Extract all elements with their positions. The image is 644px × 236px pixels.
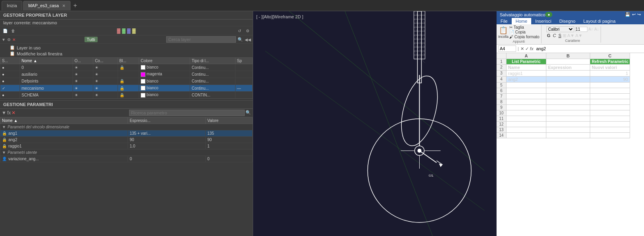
tab-map-close[interactable]: ✕ xyxy=(62,4,65,8)
cell-12b[interactable] xyxy=(546,122,590,127)
cell-4b[interactable] xyxy=(546,77,590,83)
param-table-row[interactable]: 👤variazione_ang... 0 0 xyxy=(0,155,253,162)
autosave-toggle[interactable]: ● xyxy=(545,12,552,17)
format-painter-btn[interactable]: 🖌 Copia formato xyxy=(509,35,540,39)
excel-tab-layout[interactable]: Layout di pagina xyxy=(579,18,620,24)
param-col-nome[interactable]: Nome ▲ xyxy=(0,117,128,124)
font-name-select[interactable]: Calibri xyxy=(546,26,574,32)
copy-btn[interactable]: 📄 Copia xyxy=(509,30,540,34)
excel-tab-disegno[interactable]: Disegno xyxy=(555,18,579,24)
font-size-up[interactable]: A↑ xyxy=(589,27,593,31)
cell-5a[interactable] xyxy=(507,83,546,88)
cell-6a[interactable] xyxy=(507,88,546,94)
cell-7c[interactable] xyxy=(590,94,630,99)
excel-undo-icon[interactable]: ↩ xyxy=(632,12,636,17)
expand-icon[interactable]: ▼ xyxy=(2,125,6,129)
cell-10b[interactable] xyxy=(546,110,590,116)
layer-table-row[interactable]: ✓ meccanismo ☀ ☀ 🔒 bianco Continu... — xyxy=(0,85,253,92)
param-table-row[interactable]: 🔒raggio1 1.0 1 xyxy=(0,143,253,149)
cell-5b[interactable] xyxy=(546,83,590,88)
cell-ref-input[interactable] xyxy=(498,45,516,52)
cell-11b[interactable] xyxy=(546,116,590,122)
layer-col-sp[interactable]: Sp xyxy=(235,58,252,64)
layer-col-nome[interactable]: Nome ▲ xyxy=(20,58,73,64)
excel-tab-home[interactable]: Home xyxy=(512,18,531,24)
formula-confirm-icon[interactable]: ✓ xyxy=(525,46,529,51)
param-table-row[interactable]: 🔒ang2 90 90 xyxy=(0,136,253,143)
font-size-input[interactable] xyxy=(575,27,587,32)
excel-save-icon[interactable]: 💾 xyxy=(625,12,630,17)
cell-9c[interactable] xyxy=(590,105,630,110)
cell-8b[interactable] xyxy=(546,99,590,105)
param-table-row[interactable]: 🔒ang1 135 + vari... 135 xyxy=(0,130,253,136)
layer-table-row[interactable]: ● ausiliario ☀ ☀ magenta Continu... xyxy=(0,71,253,78)
underline-btn[interactable]: S xyxy=(558,33,562,38)
param-search-input[interactable] xyxy=(129,110,245,116)
cell-7b[interactable] xyxy=(546,94,590,99)
cell-2c[interactable]: Nuovi valori xyxy=(590,65,630,71)
cell-13c[interactable] xyxy=(590,127,630,133)
cell-6b[interactable] xyxy=(546,88,590,94)
layer-delete-btn[interactable]: 🗑 xyxy=(10,27,17,34)
tab-map[interactable]: MAP_es3_casa ✕ xyxy=(23,1,71,10)
layer-search-icon[interactable]: 🔍 xyxy=(238,37,243,42)
cell-13a[interactable] xyxy=(507,127,546,133)
cell-3a[interactable]: raggio1 xyxy=(507,71,546,77)
param-filter-icon[interactable]: ▼ xyxy=(2,110,6,116)
col-header-a[interactable]: A xyxy=(507,53,546,59)
formula-cancel-icon[interactable]: ✕ xyxy=(520,46,524,51)
layer-collapse-btn[interactable]: ◀◀ xyxy=(245,37,251,42)
cell-6c[interactable] xyxy=(590,88,630,94)
param-fx-icon[interactable]: fx xyxy=(7,110,11,116)
layer-search-input[interactable] xyxy=(166,36,236,43)
excel-tab-inserisci[interactable]: Inserisci xyxy=(531,18,555,24)
tree-item-modifiche[interactable]: 📋 Modifiche locali finestra xyxy=(0,51,253,57)
cell-8c[interactable] xyxy=(590,99,630,105)
layer-table-row[interactable]: ● SCHEMA ☀ ☀ 🔒 bianco CONTIN... xyxy=(0,92,253,98)
cell-14a[interactable] xyxy=(507,133,546,138)
cell-12c[interactable] xyxy=(590,122,630,127)
fill-color-btn[interactable]: A▼ xyxy=(567,33,574,38)
cell-13b[interactable] xyxy=(546,127,590,133)
layer-col-s[interactable]: S... xyxy=(0,58,20,64)
border-btn[interactable]: ⊞ xyxy=(563,33,566,38)
layer-refresh-btn[interactable]: ↺ xyxy=(236,27,243,34)
cell-4c[interactable]: 90 xyxy=(590,77,630,83)
cut-btn[interactable]: ✂ Taglia xyxy=(509,25,540,30)
col-header-b[interactable]: B xyxy=(546,53,590,59)
layer-table-row[interactable]: ● Defpoints ☀ ☀ 🔒 bianco Continu... xyxy=(0,78,253,85)
bold-btn[interactable]: G xyxy=(546,33,552,38)
param-search-icon[interactable]: 🔍 xyxy=(245,110,251,115)
layer-col-tipo[interactable]: Tipo di l... xyxy=(190,58,236,64)
excel-tab-file[interactable]: File xyxy=(497,18,512,24)
expand-icon[interactable]: ▼ xyxy=(2,150,6,155)
filter-delete-icon[interactable]: ✕ xyxy=(12,37,16,42)
layer-new-btn[interactable]: 📄 xyxy=(2,27,9,34)
col-header-c[interactable]: C xyxy=(590,53,630,59)
tree-item-in-uso[interactable]: 📋 Layer in uso xyxy=(0,45,253,51)
layer-settings-btn[interactable]: ⚙ xyxy=(244,27,251,34)
cell-11c[interactable] xyxy=(590,116,630,122)
cell-11a[interactable] xyxy=(507,116,546,122)
list-parametric-btn[interactable]: List Parametric xyxy=(507,59,546,65)
cell-1b[interactable] xyxy=(546,59,590,65)
cell-12a[interactable] xyxy=(507,122,546,127)
cell-10c[interactable] xyxy=(590,110,630,116)
italic-btn[interactable]: C xyxy=(552,33,557,38)
cell-4a[interactable]: ang2 xyxy=(507,77,546,83)
cell-14c[interactable] xyxy=(590,133,630,138)
font-size-down[interactable]: A↓ xyxy=(594,27,599,31)
cell-2b[interactable]: Expression xyxy=(546,65,590,71)
new-tab-button[interactable]: + xyxy=(71,2,79,10)
param-group-row[interactable]: ▼Parametri del vincolo dimensionale xyxy=(0,124,253,130)
layer-col-co[interactable]: Co... xyxy=(93,58,118,64)
excel-redo-icon[interactable]: ↪ xyxy=(637,12,641,17)
layer-col-o[interactable]: O... xyxy=(73,58,93,64)
param-col-espressione[interactable]: Espressio... xyxy=(128,117,206,124)
cell-10a[interactable] xyxy=(507,110,546,116)
cell-2a[interactable]: Name xyxy=(507,65,546,71)
font-color-btn[interactable]: A▼ xyxy=(575,33,583,38)
param-col-valore[interactable]: Valore xyxy=(206,117,253,124)
cell-9a[interactable] xyxy=(507,105,546,110)
cell-5c[interactable] xyxy=(590,83,630,88)
